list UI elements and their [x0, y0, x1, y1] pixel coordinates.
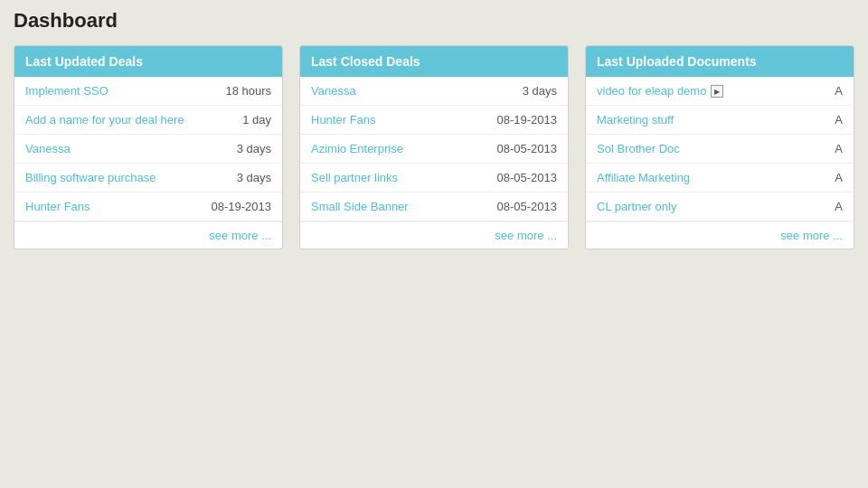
deal-link[interactable]: Billing software purchase	[25, 171, 156, 184]
last-updated-deals-header: Last Updated Deals	[14, 46, 282, 77]
deal-time: 08-19-2013	[212, 200, 272, 213]
doc-link[interactable]: Sol Brother Doc	[597, 142, 680, 155]
table-row: Implement SSO 18 hours	[14, 77, 282, 106]
doc-link[interactable]: Affiliate Marketing	[597, 171, 690, 184]
table-row: Billing software purchase 3 days	[14, 164, 282, 192]
deal-time: 3 days	[237, 171, 271, 184]
deal-time: 08-05-2013	[497, 142, 558, 155]
deal-link[interactable]: Small Side Banner	[311, 200, 409, 213]
deal-time: 1 day	[242, 113, 271, 127]
deal-time: 08-05-2013	[497, 200, 558, 213]
last-updated-deals-card: Last Updated Deals Implement SSO 18 hour…	[14, 45, 283, 249]
doc-letter: A	[835, 142, 843, 155]
doc-letter: A	[835, 171, 843, 184]
last-closed-deals-card: Last Closed Deals Vanessa 3 days Hunter …	[299, 45, 569, 249]
deal-time: 08-05-2013	[497, 171, 558, 184]
table-row: Vanessa 3 days	[300, 77, 568, 106]
deal-time: 08-19-2013	[497, 113, 558, 127]
table-row: Sol Brother Doc A	[586, 135, 854, 164]
see-more-row: see more ...	[300, 221, 568, 249]
table-row: Vanessa 3 days	[14, 135, 282, 164]
table-row: Hunter Fans 08-19-2013	[300, 106, 568, 135]
last-updated-deals-body: Implement SSO 18 hours Add a name for yo…	[14, 77, 282, 249]
table-row: Affiliate Marketing A	[586, 164, 854, 192]
table-row: Sell partner links 08-05-2013	[300, 164, 568, 192]
table-row: video for eleap demo ▶ A	[586, 77, 854, 106]
doc-link[interactable]: CL partner only	[597, 200, 676, 213]
deal-link[interactable]: Hunter Fans	[25, 200, 90, 213]
table-row: Marketing stuff A	[586, 106, 854, 135]
deal-link[interactable]: Hunter Fans	[311, 113, 376, 127]
last-closed-deals-body: Vanessa 3 days Hunter Fans 08-19-2013 Az…	[300, 77, 568, 249]
last-uploaded-docs-card: Last Uploaded Documents video for eleap …	[585, 45, 854, 249]
see-more-link[interactable]: see more ...	[780, 229, 843, 242]
dashboard-grid: Last Updated Deals Implement SSO 18 hour…	[14, 45, 854, 249]
see-more-link[interactable]: see more ...	[209, 229, 271, 242]
deal-time: 3 days	[523, 84, 557, 98]
deal-link[interactable]: Azimio Enterprise	[311, 142, 403, 155]
table-row: Add a name for your deal here 1 day	[14, 106, 282, 135]
doc-link[interactable]: video for eleap demo	[597, 84, 706, 98]
deal-link[interactable]: Vanessa	[25, 142, 71, 155]
table-row: Azimio Enterprise 08-05-2013	[300, 135, 568, 164]
doc-link-wrap: video for eleap demo ▶	[597, 84, 723, 98]
deal-link[interactable]: Vanessa	[311, 84, 356, 98]
table-row: Hunter Fans 08-19-2013	[14, 192, 282, 221]
doc-letter: A	[835, 113, 843, 127]
deal-time: 3 days	[237, 142, 271, 155]
table-row: CL partner only A	[586, 192, 854, 221]
last-closed-deals-header: Last Closed Deals	[300, 46, 568, 77]
last-uploaded-docs-header: Last Uploaded Documents	[586, 46, 854, 77]
see-more-row: see more ...	[586, 221, 854, 249]
play-button[interactable]: ▶	[711, 85, 723, 98]
doc-letter: A	[835, 84, 843, 98]
deal-link[interactable]: Implement SSO	[25, 84, 108, 98]
see-more-row: see more ...	[14, 221, 282, 249]
deal-link[interactable]: Sell partner links	[311, 171, 398, 184]
page-title: Dashboard	[14, 9, 854, 33]
table-row: Small Side Banner 08-05-2013	[300, 192, 568, 221]
see-more-link[interactable]: see more ...	[495, 229, 557, 242]
doc-link[interactable]: Marketing stuff	[597, 113, 674, 127]
deal-link[interactable]: Add a name for your deal here	[25, 113, 184, 127]
deal-time: 18 hours	[225, 84, 271, 98]
doc-letter: A	[835, 200, 843, 213]
last-uploaded-docs-body: video for eleap demo ▶ A Marketing stuff…	[586, 77, 854, 249]
